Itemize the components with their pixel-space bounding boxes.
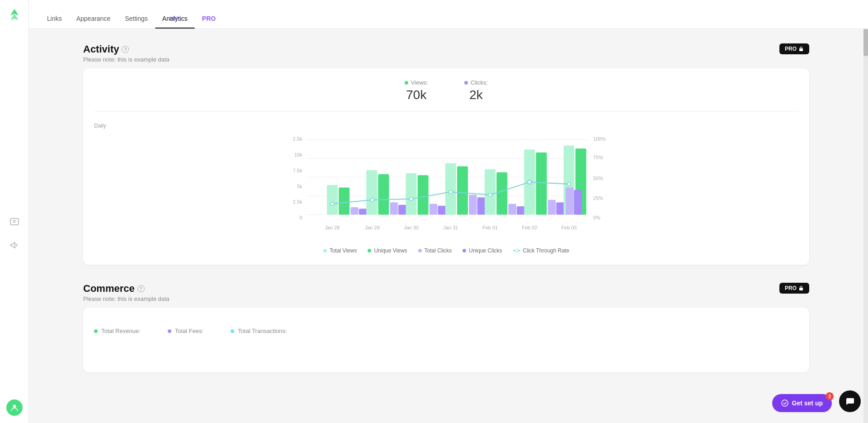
svg-point-52: [528, 180, 532, 184]
svg-rect-19: [327, 185, 338, 214]
activity-stats: Views: 70k Clicks: 2k: [94, 79, 798, 112]
svg-text:5k: 5k: [297, 184, 302, 189]
commerce-title: Commerce ?: [83, 283, 170, 295]
tab-appearance[interactable]: Appearance: [69, 15, 118, 29]
svg-point-1: [13, 405, 16, 408]
svg-rect-24: [378, 174, 389, 214]
svg-rect-42: [556, 202, 564, 214]
svg-text:Feb 02: Feb 02: [522, 225, 537, 230]
svg-rect-38: [517, 206, 524, 215]
sidebar: [0, 0, 29, 423]
commerce-header: Commerce ? Please note: this is example …: [83, 283, 809, 302]
svg-rect-36: [496, 172, 507, 215]
checkmark-icon: [781, 399, 788, 407]
activity-section: Activity ? Please note: this is example …: [83, 43, 809, 265]
page-content: Activity ? Please note: this is example …: [29, 29, 863, 423]
setup-count-badge: 3: [826, 392, 834, 400]
svg-rect-33: [469, 195, 476, 215]
chart-period-label: Daily: [94, 123, 798, 129]
commerce-chart-card: Total Revenue: Total Fees: Total Transac…: [83, 308, 809, 372]
tab-settings[interactable]: Settings: [118, 15, 155, 29]
svg-text:7.5k: 7.5k: [293, 168, 302, 173]
legend-total-views-dot: [323, 249, 327, 252]
get-setup-button[interactable]: Get set up 3: [772, 394, 832, 412]
views-dot: [405, 81, 408, 85]
main-content: Links Appearance Settings NEW Analytics …: [29, 0, 868, 423]
svg-rect-46: [574, 190, 582, 215]
svg-rect-25: [390, 202, 398, 214]
svg-text:Jan 28: Jan 28: [325, 225, 340, 230]
svg-point-47: [330, 202, 334, 206]
svg-point-49: [410, 197, 413, 201]
clicks-value: 2k: [464, 88, 488, 102]
new-badge: NEW: [170, 16, 180, 20]
scrollbar-thumb[interactable]: [863, 29, 868, 56]
legend-unique-views-dot: [368, 249, 371, 252]
activity-chart-card: Views: 70k Clicks: 2k: [83, 68, 809, 265]
svg-rect-35: [485, 169, 495, 214]
svg-point-50: [449, 190, 453, 194]
svg-rect-30: [438, 206, 445, 215]
activity-title: Activity ?: [83, 43, 170, 55]
user-avatar[interactable]: [6, 399, 23, 416]
legend-ctr-line: [513, 250, 520, 251]
svg-rect-61: [799, 288, 803, 290]
sidebar-logo: [6, 7, 23, 24]
total-transactions-stat: Total Transactions:: [231, 328, 287, 334]
legend-unique-clicks: Unique Clicks: [462, 247, 502, 254]
commerce-pro-badge[interactable]: PRO: [779, 283, 809, 294]
svg-point-48: [371, 198, 374, 202]
legend-total-clicks-dot: [418, 249, 422, 252]
commerce-section: Commerce ? Please note: this is example …: [83, 283, 809, 372]
activity-chart-svg: 2.5k 10k 7.5k 5k 2.5k 0 100% 75% 50% 25%…: [94, 131, 798, 239]
activity-header: Activity ? Please note: this is example …: [83, 43, 809, 63]
svg-text:75%: 75%: [593, 155, 603, 160]
chat-icon: [845, 396, 855, 406]
commerce-subtitle: Please note: this is example data: [83, 295, 170, 302]
tab-pro[interactable]: PRO: [195, 15, 223, 29]
lock-icon-commerce: [798, 285, 804, 291]
svg-rect-26: [398, 205, 406, 215]
commerce-info-icon[interactable]: ?: [137, 285, 145, 292]
svg-rect-40: [536, 152, 547, 214]
chat-button[interactable]: [839, 390, 861, 412]
legend-total-clicks: Total Clicks: [418, 247, 452, 254]
clicks-dot: [464, 81, 468, 85]
svg-rect-20: [339, 187, 349, 214]
svg-text:Jan 29: Jan 29: [365, 225, 380, 230]
svg-rect-34: [477, 197, 485, 214]
activity-subtitle: Please note: this is example data: [83, 56, 170, 63]
activity-pro-badge[interactable]: PRO: [779, 43, 809, 54]
svg-text:50%: 50%: [593, 176, 603, 181]
svg-text:2.5k: 2.5k: [293, 199, 302, 204]
svg-point-53: [567, 182, 571, 186]
help-icon[interactable]: [6, 214, 23, 230]
legend-unique-clicks-dot: [462, 249, 466, 252]
svg-rect-2: [799, 48, 803, 51]
svg-rect-32: [457, 166, 468, 215]
tab-analytics[interactable]: NEW Analytics: [155, 15, 195, 29]
views-value: 70k: [405, 88, 428, 102]
commerce-stats: Total Revenue: Total Fees: Total Transac…: [94, 318, 798, 334]
activity-chart-area: Daily 2.5k 10k 7.5k 5k 2.5k 0 100% 75%: [94, 123, 798, 240]
scrollbar[interactable]: [863, 29, 868, 423]
fees-dot: [168, 329, 171, 333]
svg-point-62: [782, 400, 788, 406]
legend-total-views: Total Views: [323, 247, 357, 254]
legend-ctr: Click Through Rate: [513, 247, 570, 254]
svg-text:Feb 01: Feb 01: [482, 225, 498, 230]
svg-text:2.5k: 2.5k: [293, 136, 302, 142]
clicks-stat: Clicks: 2k: [464, 79, 488, 102]
megaphone-icon[interactable]: [6, 237, 23, 253]
svg-rect-21: [350, 207, 358, 214]
chart-legend: Total Views Unique Views Total Clicks: [94, 247, 798, 254]
svg-rect-28: [418, 175, 429, 214]
svg-rect-29: [429, 204, 437, 214]
activity-info-icon[interactable]: ?: [122, 46, 129, 53]
lock-icon: [798, 46, 804, 52]
svg-text:0: 0: [299, 215, 302, 220]
svg-text:Jan 30: Jan 30: [404, 225, 419, 230]
total-fees-stat: Total Fees:: [168, 328, 204, 334]
svg-text:0%: 0%: [593, 215, 600, 220]
tab-links[interactable]: Links: [40, 15, 69, 29]
